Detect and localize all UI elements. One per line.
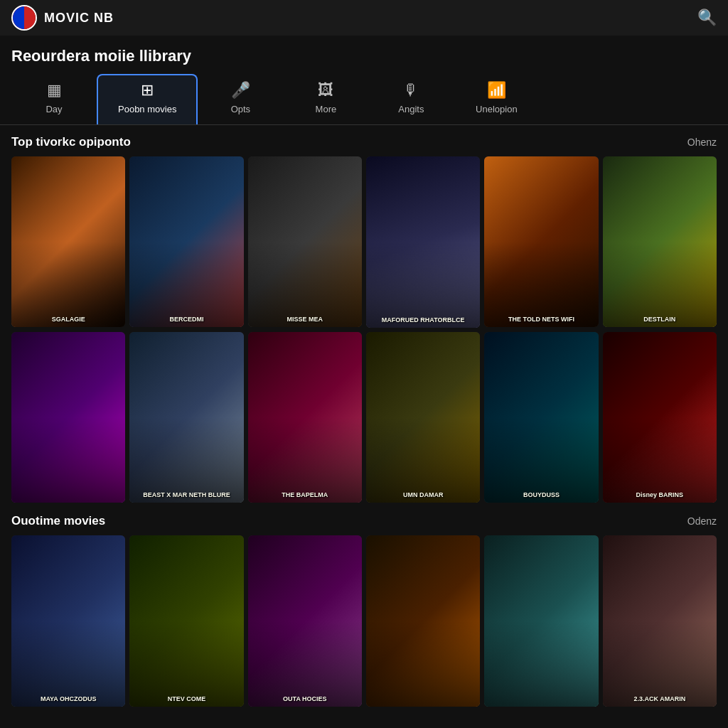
movie-card-16[interactable] <box>366 535 480 707</box>
tabs-bar: ▦ Day ⊞ Poobn movies 🎤 Opts 🖼 More 🎙 Ang… <box>0 71 728 125</box>
movie-card-5[interactable]: THE TOLD NETS WIFI <box>484 156 598 327</box>
movie-card-10[interactable]: UMN DAMAR <box>366 332 480 503</box>
second-movie-grid: BEAST X MAR NETH BLURE THE BAPELMA UMN D… <box>11 332 717 503</box>
bottom-section-action[interactable]: Odenz <box>687 515 717 527</box>
bottom-section-header: Ouotime movies Odenz <box>11 514 717 528</box>
app-title: MOVIC NB <box>44 11 114 26</box>
top-section-header: Top tivorkc opiponto Ohenz <box>11 135 717 149</box>
tab-angits-label: Angits <box>398 104 424 114</box>
tab-opts-icon: 🎤 <box>231 81 250 100</box>
movie-title-9: THE BAPELMA <box>248 332 362 503</box>
tab-day-icon: ▦ <box>47 81 62 100</box>
tab-day[interactable]: ▦ Day <box>11 74 97 124</box>
movie-title-8: BEAST X MAR NETH BLURE <box>129 332 243 503</box>
tab-poobn-label: Poobn movies <box>118 104 176 114</box>
movie-card-12[interactable]: Disney BARINS <box>603 332 717 503</box>
movie-title-14: NTEV COME <box>129 535 243 706</box>
bottom-section-title: Ouotime movies <box>11 514 105 528</box>
tab-angits-icon: 🎙 <box>403 81 419 100</box>
search-button[interactable]: 🔍 <box>697 9 717 27</box>
movie-card-9[interactable]: THE BAPELMA <box>248 332 362 503</box>
tab-more-icon: 🖼 <box>318 81 333 100</box>
movie-title-6: DESTLAIN <box>603 156 717 327</box>
top-section-title: Top tivorkc opiponto <box>11 135 131 149</box>
search-icon: 🔍 <box>697 9 717 26</box>
movie-card-2[interactable]: BERCEDMI <box>129 156 243 327</box>
movie-card-6[interactable]: DESTLAIN <box>603 156 717 327</box>
app-logo <box>11 5 37 31</box>
tab-unelopion[interactable]: 📶 Unelopion <box>454 74 539 124</box>
movie-title-17 <box>484 535 598 706</box>
tab-opts-label: Opts <box>231 104 250 114</box>
movie-title-16 <box>366 535 480 707</box>
movie-title-13: MAYA OHCZODUS <box>11 535 125 706</box>
header-left: MOVIC NB <box>11 5 114 31</box>
tab-day-label: Day <box>46 104 62 114</box>
tab-more-label: More <box>316 104 337 114</box>
tab-opts[interactable]: 🎤 Opts <box>198 74 283 124</box>
movie-title-15: OUTA HOCIES <box>248 535 362 706</box>
movie-title-2: BERCEDMI <box>129 156 243 327</box>
movie-card-15[interactable]: OUTA HOCIES <box>248 535 362 706</box>
movie-card-17[interactable] <box>484 535 598 706</box>
top-section-action[interactable]: Ohenz <box>687 136 717 148</box>
movie-card-14[interactable]: NTEV COME <box>129 535 243 706</box>
tab-unelopion-label: Unelopion <box>476 104 518 114</box>
page-title: Reourdera moiie llibrary <box>11 47 717 65</box>
movie-card-11[interactable]: BOUYDUSS <box>484 332 598 503</box>
bottom-movie-grid: MAYA OHCZODUS NTEV COME OUTA HOCIES <box>11 535 717 707</box>
movie-card-18[interactable]: 2.3.ACK AMARIN <box>603 535 717 706</box>
tab-more[interactable]: 🖼 More <box>283 74 368 124</box>
movie-title-12: Disney BARINS <box>603 332 717 503</box>
movie-title-4: MAFORUED RHATORBLCE <box>366 156 480 328</box>
movie-title-11: BOUYDUSS <box>484 332 598 503</box>
movie-card-13[interactable]: MAYA OHCZODUS <box>11 535 125 706</box>
tab-poobn-icon: ⊞ <box>141 81 154 100</box>
movie-card-4[interactable]: MAFORUED RHATORBLCE <box>366 156 480 328</box>
tab-poobn[interactable]: ⊞ Poobn movies <box>97 74 198 124</box>
header: MOVIC NB 🔍 <box>0 0 728 36</box>
movie-title-3: MISSE MEA <box>248 156 362 327</box>
tab-unelopion-icon: 📶 <box>487 81 506 100</box>
movie-card-3[interactable]: MISSE MEA <box>248 156 362 327</box>
top-section: Top tivorkc opiponto Ohenz SGALAGIE BERC… <box>0 125 728 507</box>
movie-card-8[interactable]: BEAST X MAR NETH BLURE <box>129 332 243 503</box>
movie-title-1: SGALAGIE <box>11 156 125 327</box>
bottom-section: Ouotime movies Odenz MAYA OHCZODUS NTEV … <box>0 507 728 711</box>
movie-title-5: THE TOLD NETS WIFI <box>484 156 598 327</box>
movie-title-7 <box>11 332 125 503</box>
top-movie-grid: SGALAGIE BERCEDMI MISSE MEA MAFORUED RHA… <box>11 156 717 328</box>
movie-card-1[interactable]: SGALAGIE <box>11 156 125 327</box>
movie-title-18: 2.3.ACK AMARIN <box>603 535 717 706</box>
movie-title-10: UMN DAMAR <box>366 332 480 503</box>
tab-angits[interactable]: 🎙 Angits <box>368 74 454 124</box>
page-title-bar: Reourdera moiie llibrary <box>0 36 728 71</box>
movie-card-7[interactable] <box>11 332 125 503</box>
